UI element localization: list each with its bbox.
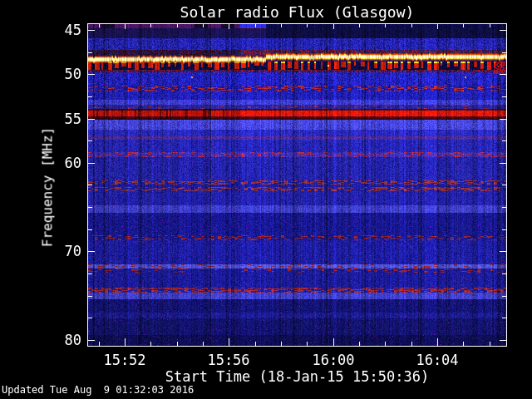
y-tick-label: 50 <box>48 66 81 82</box>
y-tick-label: 60 <box>48 155 81 171</box>
y-tick-label: 80 <box>48 332 81 348</box>
y-tick-label: 70 <box>48 243 81 259</box>
x-tick-label: 15:56 <box>202 352 255 368</box>
chart-title: Solar radio Flux (Glasgow) <box>87 3 507 21</box>
x-tick-label: 15:52 <box>98 352 151 368</box>
x-axis-label: Start Time (18-Jan-15 15:50:36) <box>87 368 507 385</box>
y-axis-label: Frequency [MHz] <box>40 127 56 248</box>
y-tick-label: 45 <box>48 22 81 38</box>
updated-timestamp: Updated Tue Aug 9 01:32:03 2016 <box>2 384 194 396</box>
y-tick-label: 55 <box>48 111 81 127</box>
x-tick-label: 16:04 <box>411 352 464 368</box>
x-tick-label: 16:00 <box>307 352 360 368</box>
spectrogram-figure: Solar radio Flux (Glasgow) Frequency [MH… <box>0 0 532 399</box>
